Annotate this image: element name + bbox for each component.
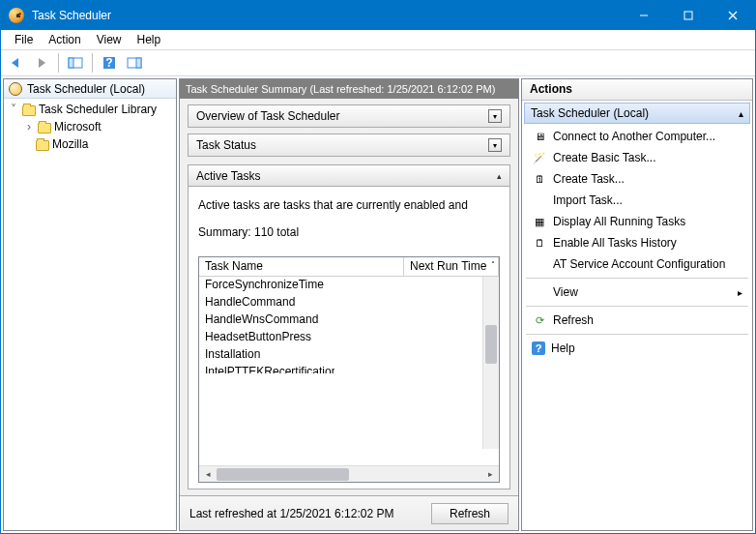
blank-icon — [532, 284, 547, 300]
overview-label: Overview of Task Scheduler — [196, 109, 340, 123]
scroll-thumb[interactable] — [217, 468, 349, 481]
scroll-thumb[interactable] — [485, 325, 497, 364]
toolbar-separator — [58, 53, 59, 73]
svg-rect-1 — [684, 12, 692, 19]
action-import-task[interactable]: Import Task... — [524, 190, 750, 211]
import-icon — [532, 193, 547, 208]
svg-rect-9 — [136, 58, 141, 68]
chevron-down-icon: ▾ — [488, 109, 502, 123]
chevron-up-icon: ▴ — [497, 171, 502, 181]
actions-context[interactable]: Task Scheduler (Local) ▴ — [524, 103, 750, 124]
task-icon: 🗓 — [532, 171, 547, 187]
help-icon: ? — [532, 341, 545, 355]
menu-action[interactable]: Action — [41, 31, 88, 48]
computer-icon: 🖥 — [532, 129, 547, 144]
tree-item-label: Microsoft — [54, 120, 102, 134]
menu-file[interactable]: File — [7, 31, 41, 48]
action-connect[interactable]: 🖥Connect to Another Computer... — [524, 126, 750, 147]
summary-header: Task Scheduler Summary (Last refreshed: … — [180, 79, 518, 99]
separator — [526, 278, 748, 279]
show-action-pane-button[interactable] — [123, 52, 146, 74]
action-create-basic-task[interactable]: 🪄Create Basic Task... — [524, 147, 750, 168]
tree-item-label: Mozilla — [52, 137, 88, 151]
tree-root[interactable]: Task Scheduler (Local) — [4, 79, 176, 99]
table-row[interactable]: IntelPTTEKRecertification — [199, 364, 334, 373]
tree-root-label: Task Scheduler (Local) — [27, 82, 145, 96]
tree-library[interactable]: ˅ Task Scheduler Library — [4, 101, 176, 118]
tree-pane: Task Scheduler (Local) ˅ Task Scheduler … — [3, 78, 177, 531]
task-status-group[interactable]: Task Status ▾ — [188, 134, 510, 157]
actions-pane: Actions Task Scheduler (Local) ▴ 🖥Connec… — [521, 78, 753, 531]
table-row[interactable]: Installation — [199, 346, 499, 364]
toolbar: ? — [1, 49, 755, 76]
active-tasks-label: Active Tasks — [196, 169, 260, 183]
expand-icon[interactable]: › — [23, 120, 35, 134]
forward-button[interactable] — [30, 52, 53, 74]
chevron-down-icon: ▾ — [488, 138, 502, 152]
titlebar: Task Scheduler — [1, 1, 755, 30]
separator — [526, 306, 748, 307]
tree-library-label: Task Scheduler Library — [39, 103, 157, 116]
submenu-arrow-icon: ▸ — [738, 287, 742, 298]
task-status-label: Task Status — [196, 138, 256, 152]
vertical-scrollbar[interactable] — [482, 277, 499, 449]
maximize-button[interactable] — [666, 1, 711, 30]
close-button[interactable] — [711, 1, 755, 30]
actions-header: Actions — [522, 79, 752, 101]
svg-text:?: ? — [105, 56, 112, 70]
tree-item-mozilla[interactable]: Mozilla — [4, 135, 176, 153]
last-refreshed-text: Last refreshed at 1/25/2021 6:12:02 PM — [189, 507, 393, 520]
app-icon — [9, 8, 24, 23]
active-tasks-description: Active tasks are tasks that are currentl… — [198, 198, 500, 212]
tree-item-microsoft[interactable]: › Microsoft — [4, 118, 176, 135]
folder-icon — [36, 140, 49, 151]
horizontal-scrollbar[interactable]: ◂ ▸ — [199, 465, 499, 482]
active-tasks-group: Active Tasks ▴ Active tasks are tasks th… — [188, 164, 510, 490]
folder-icon — [38, 123, 51, 134]
summary-footer: Last refreshed at 1/25/2021 6:12:02 PM R… — [180, 495, 518, 530]
actions-context-label: Task Scheduler (Local) — [531, 106, 649, 120]
active-tasks-header[interactable]: Active Tasks ▴ — [189, 165, 509, 187]
table-row[interactable]: HeadsetButtonPress — [199, 329, 499, 346]
running-icon: ▦ — [532, 214, 547, 229]
menubar: File Action View Help — [1, 30, 755, 49]
col-next-run[interactable]: Next Run Time˄ — [404, 257, 499, 277]
wizard-icon: 🪄 — [532, 150, 547, 165]
scheduler-icon — [9, 82, 22, 96]
minimize-button[interactable] — [622, 1, 666, 30]
action-at-service[interactable]: AT Service Account Configuration — [524, 253, 750, 275]
table-row[interactable]: HandleWnsCommand — [199, 312, 499, 329]
show-hide-tree-button[interactable] — [64, 52, 87, 74]
action-enable-history[interactable]: 🗒Enable All Tasks History — [524, 232, 750, 253]
scroll-left-icon[interactable]: ◂ — [201, 467, 215, 481]
menu-view[interactable]: View — [89, 31, 130, 48]
svg-rect-5 — [69, 58, 73, 68]
table-header: Task Name Next Run Time˄ — [199, 257, 499, 277]
menu-help[interactable]: Help — [130, 31, 169, 48]
separator — [526, 334, 748, 335]
action-create-task[interactable]: 🗓Create Task... — [524, 168, 750, 190]
table-row[interactable]: ForceSynchronizeTime — [199, 277, 499, 294]
toolbar-separator — [92, 53, 93, 73]
action-display-running[interactable]: ▦Display All Running Tasks — [524, 211, 750, 232]
window-title: Task Scheduler — [32, 9, 622, 22]
action-help[interactable]: ?Help — [524, 338, 750, 359]
history-icon: 🗒 — [532, 235, 547, 251]
action-view[interactable]: View▸ — [524, 282, 750, 303]
summary-pane: Task Scheduler Summary (Last refreshed: … — [179, 78, 519, 531]
col-task-name[interactable]: Task Name — [199, 257, 404, 277]
folder-icon — [22, 105, 36, 116]
expand-icon[interactable]: ˅ — [8, 103, 19, 116]
overview-group[interactable]: Overview of Task Scheduler ▾ — [188, 104, 510, 128]
back-button[interactable] — [5, 52, 28, 74]
action-refresh[interactable]: ⟳Refresh — [524, 310, 750, 331]
refresh-button[interactable]: Refresh — [431, 503, 509, 524]
active-tasks-summary: Summary: 110 total — [198, 225, 500, 239]
table-row[interactable]: HandleCommand — [199, 294, 499, 312]
refresh-icon: ⟳ — [532, 312, 547, 328]
scroll-up-icon: ˄ — [491, 260, 495, 269]
blank-icon — [532, 256, 547, 272]
scroll-right-icon[interactable]: ▸ — [483, 467, 497, 481]
help-button[interactable]: ? — [98, 52, 121, 74]
collapse-icon: ▴ — [739, 108, 743, 119]
